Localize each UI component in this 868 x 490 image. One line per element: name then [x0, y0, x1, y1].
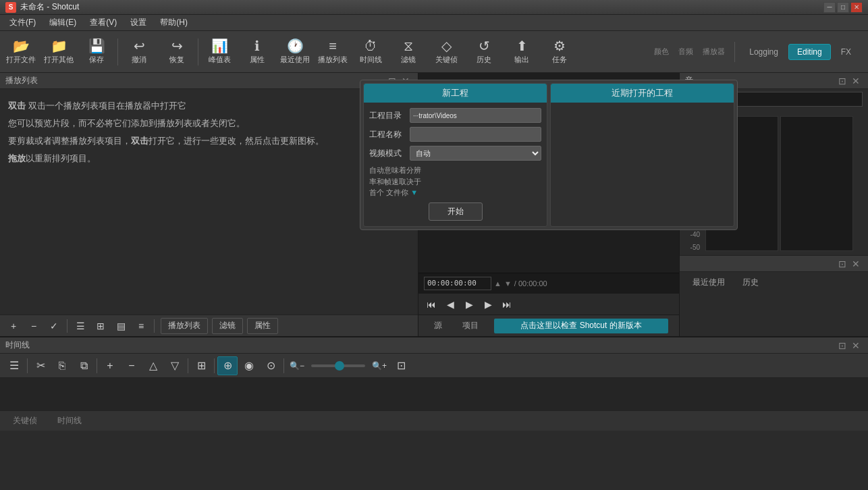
video-mode-select[interactable]: 自动: [410, 146, 541, 161]
timecode-down-btn[interactable]: ▼: [504, 279, 512, 288]
properties-tab-btn[interactable]: 属性: [247, 318, 278, 334]
tl-menu-btn[interactable]: ☰: [4, 356, 24, 375]
timecode-up-btn[interactable]: ▲: [494, 279, 501, 288]
tl-fit-btn[interactable]: ⊡: [391, 356, 411, 375]
redo-icon: ↪: [171, 39, 183, 53]
fx-tab[interactable]: FX: [832, 44, 860, 60]
playlist-button[interactable]: ≡ 播放列表: [315, 34, 351, 70]
recent-tab-history[interactable]: 历史: [735, 275, 766, 290]
tl-zoom-out-btn[interactable]: 🔍−: [287, 356, 307, 375]
playlist-confirm-btn[interactable]: ✓: [45, 318, 63, 334]
recent-close[interactable]: ⊡: [836, 258, 849, 269]
logging-tab[interactable]: Logging: [740, 44, 787, 60]
recent-button[interactable]: 🕐 最近使用: [277, 34, 313, 70]
new-project-dialog: 新工程 工程目录 工程名称 视频模式 自动 自动意味着分辨 率: [360, 80, 738, 230]
project-tab[interactable]: 项目: [452, 318, 489, 333]
save-icon: 💾: [88, 39, 105, 53]
playlist-remove-btn[interactable]: −: [24, 318, 43, 334]
save-label: 保存: [89, 55, 104, 65]
tl-cut-btn[interactable]: ✂: [30, 356, 51, 375]
playlist-label: 播放列表: [318, 55, 348, 65]
menubar: 文件(F) 编辑(E) 查看(V) 设置 帮助(H): [0, 15, 868, 31]
playlist-menu-btn[interactable]: ≡: [132, 318, 151, 334]
tl-remove-track-btn[interactable]: −: [121, 356, 142, 375]
tl-zoom-in-btn[interactable]: 🔍+: [369, 356, 389, 375]
timeline-undock[interactable]: ✕: [849, 340, 863, 351]
playlist-tab-btn[interactable]: 播放列表: [161, 318, 208, 334]
next-frame-btn[interactable]: ▶: [481, 297, 495, 312]
open-file-button[interactable]: 📂 打开文件: [3, 34, 39, 70]
tl-overwrite-btn[interactable]: ▽: [165, 356, 185, 375]
tl-zoom-thumb[interactable]: [335, 361, 344, 371]
statusbar-timeline-tab[interactable]: 时间线: [50, 413, 89, 429]
playlist-detail-view-btn[interactable]: ▤: [111, 318, 130, 334]
timeline-button[interactable]: ⏱ 时间线: [352, 34, 389, 70]
playlist-grid-view-btn[interactable]: ⊞: [91, 318, 110, 334]
tl-paste-btn[interactable]: ⧉: [74, 356, 94, 375]
open-other-label: 打开其他: [44, 55, 74, 65]
properties-button[interactable]: ℹ 属性: [239, 34, 275, 70]
tl-snap-btn[interactable]: ⊕: [217, 356, 238, 375]
check-update-btn[interactable]: 点击这里以检查 Shotcut 的新版本: [494, 319, 668, 333]
new-project-section: 新工程 工程目录 工程名称 视频模式 自动 自动意味着分辨 率: [363, 83, 547, 227]
undo-label: 撤消: [132, 55, 146, 65]
timeline-close[interactable]: ⊡: [836, 340, 849, 351]
start-project-btn[interactable]: 开始: [429, 202, 483, 221]
meter-bar-right: [780, 116, 853, 251]
tl-copy-btn[interactable]: ⎘: [52, 356, 72, 375]
close-button[interactable]: ✕: [850, 2, 863, 13]
color-sub-tab: 颜色: [650, 45, 673, 58]
menu-settings[interactable]: 设置: [124, 16, 153, 30]
audio-meter-undock[interactable]: ✕: [849, 76, 863, 86]
audio-meter-close[interactable]: ⊡: [836, 76, 849, 86]
maximize-button[interactable]: □: [837, 2, 849, 13]
timecode-input[interactable]: [424, 277, 491, 290]
tl-ripple-all-btn[interactable]: ⊙: [261, 356, 281, 375]
recent-undock[interactable]: ✕: [849, 258, 863, 269]
go-end-btn[interactable]: ⏭: [499, 297, 514, 312]
menu-help[interactable]: 帮助(H): [153, 16, 194, 30]
statusbar-keyframe-tab[interactable]: 关键侦: [5, 413, 45, 429]
export-label: 输出: [514, 55, 529, 65]
keyframe-button[interactable]: ◇ 关键侦: [428, 34, 464, 70]
source-tab[interactable]: 源: [424, 318, 452, 333]
project-name-input[interactable]: [410, 127, 541, 142]
video-mode-label: 视频模式: [369, 148, 410, 159]
save-button[interactable]: 💾 保存: [78, 34, 115, 70]
go-start-btn[interactable]: ⏮: [424, 297, 439, 312]
menu-view[interactable]: 查看(V): [83, 16, 124, 30]
undo-button[interactable]: ↩ 撤消: [121, 34, 157, 70]
menu-file[interactable]: 文件(F): [3, 16, 43, 30]
playlist-help-line3: 要剪裁或者调整播放列表项目，双击打开它，进行一些更改，然后点击更新图标。: [8, 132, 410, 150]
tl-lift-btn[interactable]: △: [143, 356, 163, 375]
recent-tab-recent[interactable]: 最近使用: [685, 275, 732, 290]
project-name-label: 工程名称: [369, 129, 410, 140]
project-dir-input[interactable]: [410, 108, 541, 123]
menu-edit[interactable]: 编辑(E): [43, 16, 83, 30]
editing-tab[interactable]: Editing: [788, 44, 831, 60]
player-sub-tab: 播放器: [699, 45, 729, 58]
timeline-content: [0, 378, 868, 410]
filter-button[interactable]: ⧖ 滤镜: [390, 34, 427, 70]
minimize-button[interactable]: ─: [823, 2, 836, 13]
tl-add-track-btn[interactable]: +: [100, 356, 120, 375]
tl-ripple-btn[interactable]: ◉: [239, 356, 259, 375]
playlist-toolbar-sep2: [154, 319, 155, 333]
tl-split-btn[interactable]: ⊞: [191, 356, 211, 375]
redo-button[interactable]: ↪ 恢复: [159, 34, 195, 70]
history-button[interactable]: ↺ 历史: [466, 34, 502, 70]
export-button[interactable]: ⬆ 输出: [504, 34, 540, 70]
peak-meter-button[interactable]: 📊 峰值表: [201, 34, 238, 70]
playlist-list-view-btn[interactable]: ☰: [71, 318, 90, 334]
recent-projects-section: 近期打开的工程: [550, 83, 734, 227]
open-other-button[interactable]: 📁 打开其他: [40, 34, 77, 70]
play-btn[interactable]: ▶: [462, 297, 477, 312]
prev-frame-btn[interactable]: ◀: [443, 297, 458, 312]
tl-zoom-slider[interactable]: [311, 364, 365, 367]
playlist-panel: 播放列表 ⊡ ✕ 双击 双击一个播放列表项目在播放器中打开它 您可以预览片段，而…: [0, 73, 418, 336]
filter-tab-btn[interactable]: 滤镜: [212, 318, 243, 334]
mode-dropdown-arrow[interactable]: ▼: [410, 188, 418, 196]
properties-label: 属性: [250, 55, 265, 65]
playlist-add-btn[interactable]: +: [4, 318, 23, 334]
jobs-button[interactable]: ⚙ 任务: [541, 34, 578, 70]
